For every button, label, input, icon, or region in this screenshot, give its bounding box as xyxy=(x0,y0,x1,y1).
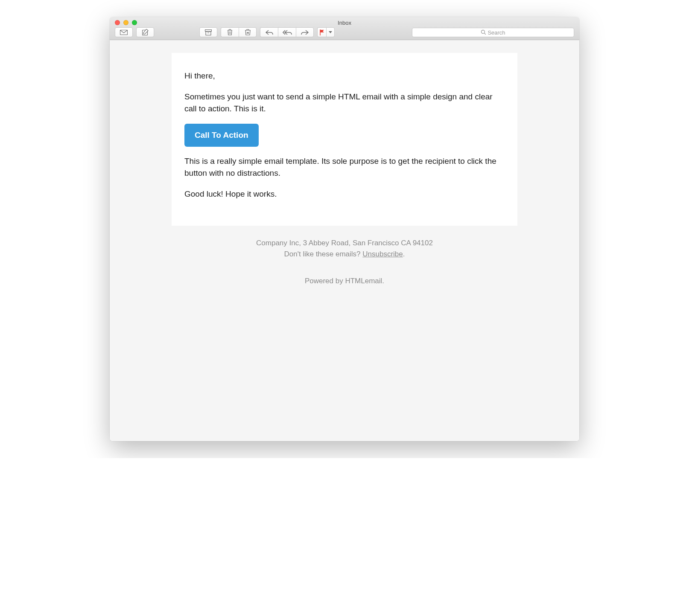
footer-powered-by: Powered by HTMLemail. xyxy=(110,276,579,287)
compose-button[interactable] xyxy=(136,27,154,37)
titlebar: Inbox xyxy=(110,17,579,40)
app-window: Inbox xyxy=(110,17,579,441)
toolbar: Search xyxy=(110,26,579,40)
email-signoff: Good luck! Hope it works. xyxy=(184,188,505,200)
trash-icon xyxy=(227,29,233,35)
svg-rect-2 xyxy=(205,29,212,31)
footer-company: Company Inc, 3 Abbey Road, San Francisco… xyxy=(110,238,579,249)
close-window-button[interactable] xyxy=(115,20,120,25)
email-greeting: Hi there, xyxy=(184,70,505,82)
reply-all-button[interactable] xyxy=(278,27,296,37)
zoom-window-button[interactable] xyxy=(132,20,137,25)
cta-button[interactable]: Call To Action xyxy=(184,124,259,147)
reply-all-icon xyxy=(283,30,292,35)
email-body: Hi there, Sometimes you just want to sen… xyxy=(172,53,517,226)
archive-button[interactable] xyxy=(199,27,217,37)
flag-button[interactable] xyxy=(317,27,326,37)
search-input[interactable] xyxy=(412,28,574,37)
search-field-container: Search xyxy=(412,28,574,37)
footer-unsubscribe-line: Don't like these emails? Unsubscribe. xyxy=(110,249,579,260)
traffic-lights xyxy=(115,20,137,25)
archive-icon xyxy=(205,29,212,35)
reply-button[interactable] xyxy=(260,27,278,37)
junk-button[interactable] xyxy=(239,27,257,37)
envelope-icon xyxy=(120,30,128,35)
forward-icon xyxy=(301,30,309,35)
minimize-window-button[interactable] xyxy=(123,20,128,25)
email-blurb: This is a really simple email template. … xyxy=(184,155,505,180)
delete-button[interactable] xyxy=(221,27,239,37)
unsubscribe-link[interactable]: Unsubscribe xyxy=(362,250,403,258)
footer-dislike-text: Don't like these emails? xyxy=(284,250,363,258)
get-mail-button[interactable] xyxy=(115,27,133,37)
flag-menu-button[interactable] xyxy=(326,27,335,37)
reply-icon xyxy=(266,30,273,35)
message-viewer: Hi there, Sometimes you just want to sen… xyxy=(110,40,579,441)
window-title: Inbox xyxy=(115,20,574,26)
flag-icon xyxy=(319,29,324,35)
compose-icon xyxy=(142,29,149,35)
svg-rect-3 xyxy=(206,32,211,35)
chevron-down-icon xyxy=(329,31,332,33)
forward-button[interactable] xyxy=(296,27,314,37)
email-footer: Company Inc, 3 Abbey Road, San Francisco… xyxy=(110,238,579,287)
email-intro: Sometimes you just want to send a simple… xyxy=(184,91,505,115)
footer-period: . xyxy=(403,250,405,258)
junk-icon xyxy=(245,29,251,35)
